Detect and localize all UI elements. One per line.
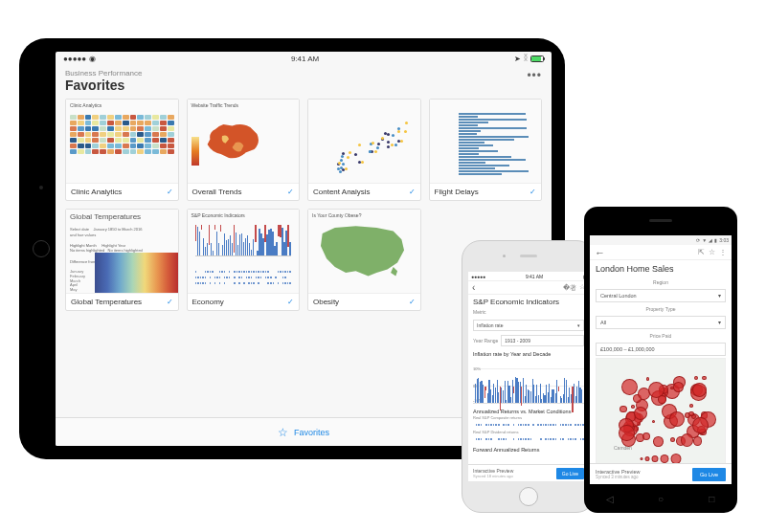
section-inflation: Inflation rate by Year and Decade [468, 348, 589, 358]
section-returns: Annualized Returns vs. Market Conditions [468, 406, 589, 415]
card-content-analysis[interactable]: Content Analysis✓ [307, 99, 421, 201]
check-icon: ✓ [167, 298, 173, 306]
gt-heatmap [95, 253, 178, 293]
check-icon: ✓ [409, 298, 416, 306]
card-title: Obesity [313, 298, 339, 306]
battery-icon: ▮ [714, 237, 717, 243]
more-menu-button[interactable]: ••• [527, 69, 542, 82]
footer-sync: Synced 18 minutes ago [473, 474, 513, 478]
star-icon[interactable]: ☆ [278, 426, 288, 439]
thumb-economy: S&P Economic Indicators [188, 210, 300, 294]
thumb-content [308, 100, 420, 184]
android-device: ⟳ ▼ ◢ ▮ 3:03 ← ⇱ ☆ ⋮ London Home Sales R… [584, 207, 737, 513]
card-overall-trends[interactable]: Website Traffic Trends Overall Trends✓ [187, 99, 301, 201]
tab-favorites[interactable]: Favorites [294, 428, 329, 437]
clock: 9:41 AM [526, 274, 543, 279]
range-label: Year Range [473, 338, 498, 344]
thumb-title: Clinic Analytics [70, 102, 101, 108]
wifi-icon: ▼ [702, 237, 707, 243]
clock: 9:41 AM [291, 55, 319, 63]
card-title: Flight Delays [435, 188, 479, 196]
iphone-footer: Interactive Preview Synced 18 minutes ag… [468, 464, 589, 481]
card-flight-delays[interactable]: Flight Delays✓ [429, 99, 543, 201]
section-forward: Forward Annualized Returns [468, 444, 589, 454]
chevron-down-icon: ▾ [718, 293, 721, 299]
iphone-screen: ●●●●● 9:41 AM ▮ ‹ �著 ☆ S&P Economic Indi… [468, 272, 589, 481]
iphone-status-bar: ●●●●● 9:41 AM ▮ [468, 272, 589, 281]
android-footer: Interactive Preview Synced 3 minutes ago… [590, 463, 732, 484]
signal-dots-icon: ●●●●● [63, 55, 86, 63]
thumb-obesity: Is Your County Obese? [308, 210, 420, 294]
go-live-button[interactable]: Go Live [692, 468, 726, 481]
star-icon[interactable]: ☆ [709, 248, 715, 256]
thumb-trends: Website Traffic Trends [188, 100, 300, 184]
ipad-camera [39, 186, 43, 189]
card-global-temps[interactable]: Global Temperatures Select date January … [65, 209, 179, 311]
check-icon: ✓ [287, 188, 294, 196]
thumb-title: S&P Economic Indicators [192, 212, 245, 218]
type-label: Property Type [590, 304, 732, 314]
chevron-down-icon: ▾ [577, 322, 580, 328]
price-label: Price Paid [590, 331, 732, 341]
android-speaker [649, 219, 672, 222]
recent-soft-key[interactable]: □ [706, 493, 717, 504]
thumb-delays [430, 100, 542, 184]
wifi-icon: ◉ [89, 55, 96, 63]
check-icon: ✓ [167, 188, 173, 196]
region-label: Region [590, 277, 732, 287]
bookmark-icon[interactable]: �著 [563, 283, 576, 293]
thumb-global-temps: Global Temperatures Select date January … [66, 210, 178, 294]
signal-dots-icon: ●●●●● [471, 274, 485, 279]
price-field[interactable]: £100,000 – £1,000,000 [596, 343, 726, 356]
share-icon[interactable]: ⇱ [698, 248, 705, 256]
card-title: Global Temperatures [71, 298, 142, 306]
gt-month-labels: January February March April May [70, 270, 85, 293]
region-dropdown[interactable]: Central London▾ [596, 289, 726, 302]
thumb-clinic: Clinic Analytics [66, 100, 178, 184]
clock: 3:03 [719, 237, 729, 243]
type-dropdown[interactable]: All▾ [596, 316, 726, 329]
iphone-device: ●●●●● 9:41 AM ▮ ‹ �著 ☆ S&P Economic Indi… [462, 240, 596, 513]
home-soft-key[interactable]: ○ [655, 493, 666, 504]
card-economy[interactable]: S&P Economic Indicators Economy✓ [187, 209, 301, 311]
footer-sync: Synced 3 minutes ago [596, 475, 640, 479]
go-live-button[interactable]: Go Live [556, 468, 584, 479]
iphone-camera [503, 255, 506, 257]
sync-icon: ⟳ [696, 237, 700, 243]
inflation-chart: 10% 0% -10% [473, 360, 584, 404]
chevron-down-icon: ▾ [718, 320, 721, 325]
report-title: London Home Sales [590, 260, 732, 277]
row-label: Real S&P Dividend returns [468, 430, 589, 434]
iphone-speaker [520, 255, 537, 257]
breadcrumb[interactable]: Business Performance [65, 69, 542, 78]
london-map[interactable]: Camden [596, 358, 726, 469]
android-screen: ⟳ ▼ ◢ ▮ 3:03 ← ⇱ ☆ ⋮ London Home Sales R… [590, 235, 732, 484]
ipad-home-button[interactable] [33, 240, 50, 257]
card-clinic-analytics[interactable]: Clinic Analytics Clinic Analytics✓ [65, 99, 179, 201]
bluetooth-icon: ⁑ [524, 55, 528, 63]
card-title: Overall Trends [192, 188, 242, 196]
location-icon: ➤ [514, 55, 521, 63]
color-legend [192, 137, 199, 166]
china-map-icon [202, 119, 269, 166]
check-icon: ✓ [529, 188, 536, 196]
metric-dropdown[interactable]: Inflation rate▾ [473, 320, 584, 331]
card-obesity[interactable]: Is Your County Obese? Obesity✓ [307, 209, 421, 311]
ipad-header: Business Performance Favorites [56, 65, 552, 99]
android-nav-bar: ← ⇱ ☆ ⋮ [590, 245, 732, 260]
more-icon[interactable]: ⋮ [719, 248, 727, 256]
back-button[interactable]: ‹ [472, 282, 475, 293]
back-button[interactable]: ← [595, 247, 605, 258]
iphone-nav-bar: ‹ �著 ☆ [468, 281, 589, 295]
range-field[interactable]: 1913 - 2009 [501, 335, 584, 346]
battery-icon [530, 55, 544, 62]
card-title: Content Analysis [313, 188, 371, 196]
report-title: S&P Economic Indicators [468, 295, 589, 309]
thumb-title: Global Temperatures [70, 212, 141, 221]
iphone-home-button[interactable] [519, 487, 538, 506]
signal-icon: ◢ [709, 237, 712, 243]
back-soft-key[interactable]: ◁ [604, 493, 616, 504]
thumb-title: Website Traffic Trends [192, 102, 239, 108]
ipad-status-bar: ●●●●●◉ 9:41 AM ➤⁑ [56, 52, 552, 65]
row-label: Real S&P Composite returns [468, 415, 589, 420]
